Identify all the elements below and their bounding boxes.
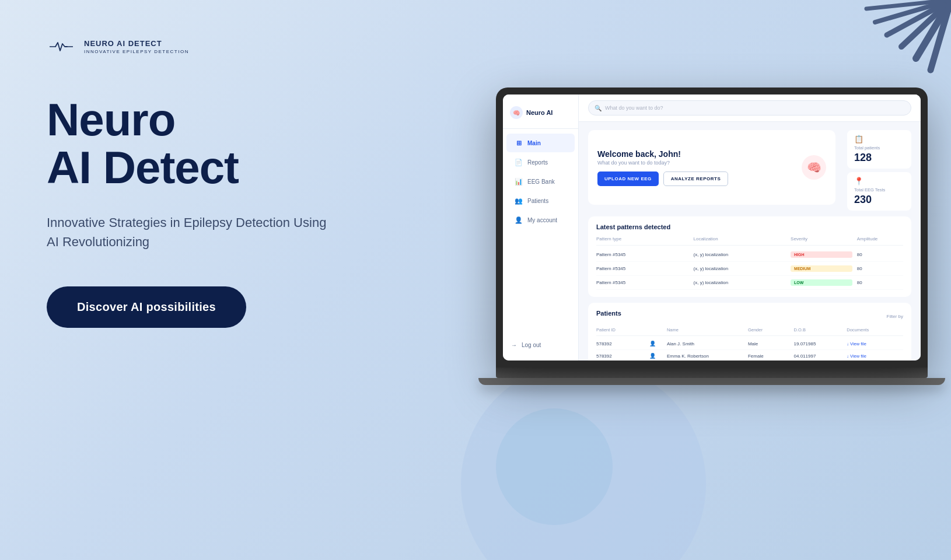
col-amplitude: Amplitude xyxy=(857,236,903,242)
logo-icon xyxy=(47,32,76,61)
patient1-view-link[interactable]: ↓ View file xyxy=(847,341,903,346)
logo-area: NEURO AI DETECT INNOVATIVE EPILEPSY DETE… xyxy=(47,32,373,61)
upload-eeg-button[interactable]: UPLOAD NEW EEG xyxy=(597,172,659,186)
welcome-brain-icon: 🧠 xyxy=(802,155,826,180)
stat-patients-value: 128 xyxy=(854,152,904,164)
laptop-screen-frame: 🧠 Neuro AI ⊞ Main 📄 Reports 📊 EEG Bank xyxy=(496,88,928,368)
row3-pattern: Pattern #5345 xyxy=(596,280,689,285)
table-row: Pattern #5345 (x, y) localization MEDIUM… xyxy=(596,262,903,276)
stat-patients-icon: 📋 xyxy=(854,135,904,144)
patterns-section-title: Latest patterns detected xyxy=(596,223,903,230)
row2-amplitude: 80 xyxy=(857,266,903,271)
logo-tagline: INNOVATIVE EPILEPSY DETECTION xyxy=(84,49,189,54)
app-topbar: 🔍 What do you want to do? xyxy=(579,94,921,122)
stat-card-eeg: 📍 Total EEG Tests 230 xyxy=(847,172,911,211)
app-search-bar[interactable]: 🔍 What do you want to do? xyxy=(588,100,911,116)
row1-amplitude: 80 xyxy=(857,252,903,257)
sidebar-account-icon: 👤 xyxy=(515,216,523,224)
row3-severity-badge: LOW xyxy=(791,279,852,286)
logo-name: NEURO AI DETECT xyxy=(84,39,189,48)
sidebar-logout-label: Log out xyxy=(522,342,541,348)
row3-amplitude: 80 xyxy=(857,280,903,285)
col-gender: Gender xyxy=(748,327,791,332)
row1-localization: (x, y) localization xyxy=(694,252,786,257)
sidebar-item-main[interactable]: ⊞ Main xyxy=(506,134,575,152)
app-sidebar: 🧠 Neuro AI ⊞ Main 📄 Reports 📊 EEG Bank xyxy=(503,94,579,360)
sidebar-eegbank-label: EEG Bank xyxy=(527,178,555,185)
patient1-avatar: 👤 xyxy=(649,341,663,346)
patient-row: 578392 👤 Alan J. Smith Male 19.071985 ↓ … xyxy=(596,338,903,350)
sidebar-reports-label: Reports xyxy=(527,159,548,166)
welcome-subtitle: What do you want to do today? xyxy=(597,160,793,166)
cta-button[interactable]: Discover AI possibilities xyxy=(47,286,246,328)
sidebar-reports-icon: 📄 xyxy=(515,158,523,166)
laptop-outer: 🧠 Neuro AI ⊞ Main 📄 Reports 📊 EEG Bank xyxy=(496,88,928,461)
laptop-mockup: 🧠 Neuro AI ⊞ Main 📄 Reports 📊 EEG Bank xyxy=(467,35,951,525)
welcome-card: Welcome back, John! What do you want to … xyxy=(588,130,835,205)
patient2-name: Emma K. Robertson xyxy=(667,354,744,359)
col-documents: Documents xyxy=(847,327,903,332)
col-dob: D.O.B xyxy=(794,327,844,332)
row2-severity-badge: MEDIUM xyxy=(791,265,852,272)
laptop-screen-inner: 🧠 Neuro AI ⊞ Main 📄 Reports 📊 EEG Bank xyxy=(503,94,921,360)
col-name: Name xyxy=(667,327,744,332)
patients-section-title: Patients xyxy=(596,310,621,317)
app-content: Welcome back, John! What do you want to … xyxy=(579,122,921,360)
patient1-dob: 19.071985 xyxy=(794,341,844,346)
sidebar-item-eegbank[interactable]: 📊 EEG Bank xyxy=(506,172,575,191)
patient2-dob: 04.011997 xyxy=(794,354,844,359)
logo-text-block: NEURO AI DETECT INNOVATIVE EPILEPSY DETE… xyxy=(84,39,189,55)
search-icon: 🔍 xyxy=(595,105,602,111)
search-placeholder-text: What do you want to do? xyxy=(605,105,663,111)
stat-eeg-value: 230 xyxy=(854,194,904,206)
hero-title: Neuro AI Detect xyxy=(47,96,373,192)
logout-arrow-icon: → xyxy=(511,342,517,348)
sidebar-item-reports[interactable]: 📄 Reports xyxy=(506,153,575,172)
sidebar-main-label: Main xyxy=(527,140,541,146)
patients-table-header: Patient ID Name Gender D.O.B Documents xyxy=(596,327,903,336)
sidebar-main-icon: ⊞ xyxy=(515,139,523,147)
row1-pattern: Pattern #5345 xyxy=(596,252,689,257)
stats-cards: 📋 Total patients 128 📍 Total EEG Tests 2… xyxy=(847,130,911,211)
patient2-gender: Female xyxy=(748,354,791,359)
sidebar-patients-icon: 👥 xyxy=(515,197,523,205)
row2-localization: (x, y) localization xyxy=(694,266,786,271)
stat-card-patients: 📋 Total patients 128 xyxy=(847,130,911,169)
stat-eeg-label: Total EEG Tests xyxy=(854,187,904,192)
sidebar-eegbank-icon: 📊 xyxy=(515,177,523,186)
col-localization: Localization xyxy=(694,236,786,242)
col-severity: Severity xyxy=(791,236,852,242)
hero-title-line1: Neuro xyxy=(47,94,175,145)
welcome-text: Welcome back, John! What do you want to … xyxy=(597,149,793,186)
welcome-actions: UPLOAD NEW EEG ANALYZE REPORTS xyxy=(597,172,793,186)
patients-section: Patients Filter by Patient ID Name Gende… xyxy=(588,303,911,360)
sidebar-item-patients[interactable]: 👥 Patients xyxy=(506,191,575,210)
row1-severity-badge: HIGH xyxy=(791,251,852,258)
filter-by-button[interactable]: Filter by xyxy=(887,314,903,319)
row2-pattern: Pattern #5345 xyxy=(596,266,689,271)
patient1-gender: Male xyxy=(748,341,791,346)
table-row: Pattern #5345 (x, y) localization HIGH 8… xyxy=(596,248,903,262)
hero-title-line2: AI Detect xyxy=(47,142,239,193)
stat-eeg-icon: 📍 xyxy=(854,177,904,186)
patient1-name: Alan J. Smith xyxy=(667,341,744,346)
row3-localization: (x, y) localization xyxy=(694,280,786,285)
patterns-section: Latest patterns detected Pattern type Lo… xyxy=(588,216,911,297)
analyze-reports-button[interactable]: ANALYZE REPORTS xyxy=(663,172,728,186)
welcome-row: Welcome back, John! What do you want to … xyxy=(588,130,911,211)
patient2-avatar: 👤 xyxy=(649,353,663,359)
patient2-view-link[interactable]: ↓ View file xyxy=(847,354,903,359)
sidebar-patients-label: Patients xyxy=(527,198,548,204)
sidebar-logo: 🧠 Neuro AI xyxy=(503,104,578,129)
table-row: Pattern #5345 (x, y) localization LOW 80 xyxy=(596,276,903,290)
laptop-base xyxy=(496,368,928,378)
welcome-greeting: Welcome back, John! xyxy=(597,149,793,159)
stat-patients-label: Total patients xyxy=(854,145,904,150)
sidebar-item-myaccount[interactable]: 👤 My account xyxy=(506,211,575,229)
col-empty xyxy=(649,327,663,332)
patient1-id: 578392 xyxy=(596,341,646,346)
app-main: 🔍 What do you want to do? Welcome back, … xyxy=(579,94,921,360)
sidebar-logout[interactable]: → Log out xyxy=(503,337,579,354)
patterns-table-header: Pattern type Localization Severity Ampli… xyxy=(596,236,903,246)
col-pattern-type: Pattern type xyxy=(596,236,689,242)
